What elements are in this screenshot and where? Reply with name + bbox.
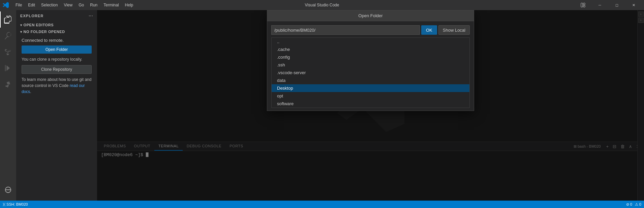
activity-explorer[interactable] bbox=[0, 11, 16, 28]
status-left: ⟩⟨ SSH: BM020 bbox=[3, 202, 28, 207]
open-editors-header[interactable]: ▾ Open Editors bbox=[16, 22, 97, 28]
dialog-ok-button[interactable]: OK bbox=[421, 25, 437, 35]
file-item-opt[interactable]: opt bbox=[272, 92, 469, 100]
menu-file[interactable]: File bbox=[13, 2, 25, 8]
activity-search[interactable] bbox=[0, 28, 16, 44]
maximize-button[interactable]: ◻ bbox=[609, 0, 624, 10]
dialog-input-row: OK Show Local bbox=[270, 24, 471, 37]
clone-description: You can clone a repository locally. bbox=[22, 56, 92, 62]
menu-run[interactable]: Run bbox=[87, 2, 100, 8]
learn-more-text: To learn more about how to use git and s… bbox=[22, 77, 92, 95]
file-item-config[interactable]: .config bbox=[272, 53, 469, 61]
menu-go[interactable]: Go bbox=[76, 2, 87, 8]
no-folder-section: ▾ No Folder Opened Connected to remote. … bbox=[16, 28, 97, 97]
file-item-data[interactable]: data bbox=[272, 77, 469, 84]
window-controls: ─ ◻ ✕ bbox=[575, 0, 641, 10]
file-item-software[interactable]: software bbox=[272, 100, 469, 108]
open-folder-button[interactable]: Open Folder bbox=[22, 46, 92, 54]
open-editors-label: Open Editors bbox=[24, 23, 54, 27]
sidebar-content: Connected to remote. Open Folder You can… bbox=[16, 35, 97, 97]
warnings-status[interactable]: ⚠ 0 bbox=[635, 202, 641, 207]
sidebar: Explorer ··· ▾ Open Editors ▾ No Folder … bbox=[16, 10, 97, 201]
title-bar: File Edit Selection View Go Run Terminal… bbox=[0, 0, 644, 10]
errors-status[interactable]: ⊘ 0 bbox=[626, 202, 632, 207]
window-title: Visual Studio Code bbox=[305, 3, 339, 7]
folder-path-input[interactable] bbox=[271, 25, 420, 35]
status-right: ⊘ 0 ⚠ 0 bbox=[626, 202, 641, 207]
menu-help[interactable]: Help bbox=[122, 2, 136, 8]
activity-remote[interactable] bbox=[0, 182, 16, 201]
menu-terminal[interactable]: Terminal bbox=[101, 2, 121, 8]
minimize-button[interactable]: ─ bbox=[592, 0, 608, 10]
file-list: .. .cache .config .ssh .vscode-server da… bbox=[271, 37, 470, 108]
file-item-desktop[interactable]: Desktop bbox=[272, 84, 469, 92]
svg-rect-2 bbox=[583, 5, 585, 7]
activity-bar bbox=[0, 10, 16, 201]
status-bar: ⟩⟨ SSH: BM020 ⊘ 0 ⚠ 0 bbox=[0, 201, 644, 208]
sidebar-title: Explorer bbox=[20, 14, 43, 18]
file-item-vscode-server[interactable]: .vscode-server bbox=[272, 69, 469, 77]
dialog-body: OK Show Local .. .cache .config .ssh .vs… bbox=[267, 21, 474, 111]
open-editors-chevron: ▾ bbox=[20, 23, 22, 27]
close-button[interactable]: ✕ bbox=[626, 0, 641, 10]
dialog-title: Open Folder bbox=[267, 10, 474, 21]
file-item-cache[interactable]: .cache bbox=[272, 46, 469, 53]
open-folder-dialog: Open Folder OK Show Local .. .cache .con… bbox=[267, 10, 474, 111]
sidebar-more-btn[interactable]: ··· bbox=[89, 13, 93, 19]
vscode-logo bbox=[3, 2, 9, 8]
menu-edit[interactable]: Edit bbox=[25, 2, 38, 8]
menu-bar: File Edit Selection View Go Run Terminal… bbox=[13, 2, 136, 8]
no-folder-chevron: ▾ bbox=[20, 30, 22, 34]
remote-status[interactable]: ⟩⟨ SSH: BM020 bbox=[3, 202, 28, 207]
svg-rect-3 bbox=[5, 65, 6, 71]
no-folder-header[interactable]: ▾ No Folder Opened bbox=[16, 28, 97, 35]
no-folder-label: No Folder Opened bbox=[24, 30, 65, 34]
editor-area: Open Folder OK Show Local .. .cache .con… bbox=[97, 10, 644, 201]
connected-text: Connected to remote. bbox=[22, 38, 92, 43]
activity-run[interactable] bbox=[0, 60, 16, 76]
main-area: Explorer ··· ▾ Open Editors ▾ No Folder … bbox=[0, 10, 644, 201]
menu-selection[interactable]: Selection bbox=[38, 2, 60, 8]
activity-source-control[interactable] bbox=[0, 44, 16, 60]
svg-rect-1 bbox=[583, 3, 585, 5]
file-item-ssh[interactable]: .ssh bbox=[272, 61, 469, 69]
layout-btn[interactable] bbox=[575, 0, 591, 10]
dialog-overlay: Open Folder OK Show Local .. .cache .con… bbox=[97, 10, 644, 201]
menu-view[interactable]: View bbox=[61, 2, 75, 8]
svg-rect-0 bbox=[581, 3, 583, 7]
activity-extensions[interactable] bbox=[0, 76, 16, 92]
open-editors-section: ▾ Open Editors bbox=[16, 22, 97, 28]
file-item-dotdot[interactable]: .. bbox=[272, 38, 469, 46]
title-bar-left: File Edit Selection View Go Run Terminal… bbox=[3, 2, 136, 8]
dialog-show-local-button[interactable]: Show Local bbox=[438, 25, 470, 35]
clone-repository-button[interactable]: Clone Repository bbox=[22, 65, 92, 74]
sidebar-header: Explorer ··· bbox=[16, 10, 97, 22]
